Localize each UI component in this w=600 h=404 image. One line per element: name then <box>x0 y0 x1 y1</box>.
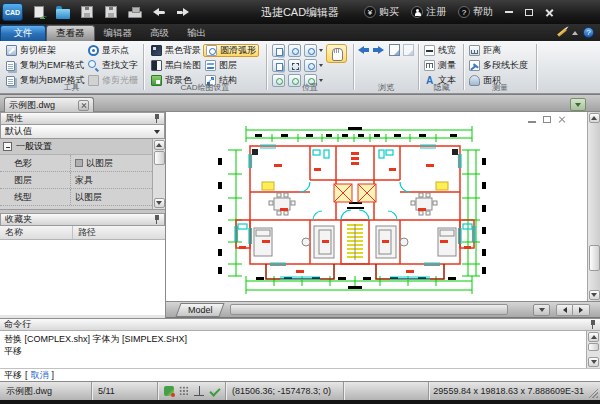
new-file-icon <box>34 6 44 18</box>
scroll-up-button[interactable] <box>154 140 165 150</box>
tab-advanced[interactable]: 高级 <box>141 25 178 41</box>
zoom-in-button[interactable] <box>304 44 317 57</box>
panel-expand-button[interactable] <box>570 98 586 111</box>
model-tab[interactable]: Model <box>175 303 224 317</box>
snap-toggle-icon[interactable] <box>164 386 174 396</box>
favorites-pin-icon[interactable] <box>153 215 160 224</box>
status-bar: 示例图.dwg 5/11 (81506.36; -157478.3; 0) 29… <box>0 381 600 400</box>
print-button[interactable] <box>126 4 144 20</box>
smooth-arc-button[interactable]: 圆滑弧形 <box>203 44 259 57</box>
distance-label: 距离 <box>483 44 501 57</box>
view-forward-button[interactable] <box>373 46 384 54</box>
collapse-group-icon[interactable] <box>3 142 12 151</box>
zoom-window-button[interactable] <box>272 44 285 57</box>
scroll-down-button[interactable] <box>588 357 599 367</box>
redo-button[interactable] <box>174 4 192 20</box>
favorites-column-headers: 名称 路径 <box>0 226 165 240</box>
prompt-bracket: [ <box>25 370 28 380</box>
canvas-minimize-button[interactable] <box>528 121 536 123</box>
ribbon-collapse-button[interactable] <box>572 31 578 35</box>
layout-tab-bar: Model <box>166 301 600 318</box>
osnap-toggle-icon[interactable] <box>209 386 219 396</box>
find-text-button[interactable]: 查找文字 <box>86 59 140 72</box>
favorites-title: 收藏夹 <box>5 213 32 226</box>
property-row-linetype[interactable]: 线型 以图层 <box>0 189 152 206</box>
zoom-select-button[interactable] <box>288 44 301 57</box>
tab-editor[interactable]: 编辑器 <box>95 25 142 41</box>
distance-button[interactable]: 距离 <box>467 44 503 57</box>
ortho-toggle-icon[interactable] <box>194 386 204 396</box>
canvas-close-button[interactable] <box>558 115 566 123</box>
quick-help-icon[interactable] <box>583 27 594 38</box>
drawing-canvas[interactable] <box>166 112 600 301</box>
new-file-button[interactable] <box>30 4 48 20</box>
app-logo-icon[interactable]: CAD <box>2 3 23 21</box>
zoom-out-dropdown[interactable] <box>319 64 323 67</box>
buy-button[interactable]: ¥ 购买 <box>359 5 404 19</box>
command-pin-icon[interactable] <box>589 320 596 329</box>
command-scrollbar[interactable] <box>586 331 600 368</box>
view-back-button[interactable] <box>358 46 369 54</box>
group-label-browse: 浏览 <box>355 82 417 93</box>
scroll-left-button[interactable] <box>556 304 573 316</box>
scrollbar-thumb[interactable] <box>589 245 600 271</box>
canvas-restore-button[interactable] <box>543 116 551 123</box>
copy-emf-icon <box>6 61 15 71</box>
tab-output[interactable]: 输出 <box>178 25 215 41</box>
command-history[interactable]: 替换 [COMPLEX.shx] 字体为 [SIMPLEX.SHX] 平移 <box>0 331 586 368</box>
property-row-color[interactable]: 色彩 以图层 <box>0 155 152 172</box>
tab-viewer[interactable]: 查看器 <box>46 25 95 41</box>
copy-emf-button[interactable]: 复制为EMF格式 <box>4 59 86 72</box>
undo-button[interactable] <box>150 4 168 20</box>
open-file-button[interactable] <box>54 4 72 20</box>
column-name[interactable]: 名称 <box>0 226 72 239</box>
document-tab[interactable]: 示例图.dwg <box>4 97 94 113</box>
show-points-button[interactable]: 显示点 <box>86 44 131 57</box>
zoom-out-button[interactable] <box>304 59 317 72</box>
layers-button[interactable]: 图层 <box>203 59 239 72</box>
zoom-in-dropdown[interactable] <box>319 49 323 52</box>
command-input-line[interactable]: 平移 [ 取消 ] <box>0 368 600 381</box>
scrollbar-thumb[interactable] <box>588 343 599 351</box>
vertical-scrollbar[interactable] <box>587 112 600 301</box>
prompt-cancel-option[interactable]: 取消 <box>31 369 49 382</box>
style-pencil-icon[interactable] <box>557 28 567 37</box>
file-menu-button[interactable]: 文件 <box>0 25 46 41</box>
property-group-row[interactable]: 一般设置 <box>0 139 152 155</box>
cut-frame-button[interactable]: 剪切框架 <box>4 44 58 57</box>
preset-dropdown[interactable]: 默认值 <box>0 125 165 139</box>
minimize-button[interactable] <box>501 5 517 20</box>
bw-drawing-button[interactable]: 黑白绘图 <box>149 59 203 72</box>
scroll-up-button[interactable] <box>589 113 600 123</box>
resize-grip[interactable] <box>588 386 598 398</box>
line-width-toggle[interactable]: 线宽 <box>422 44 458 57</box>
properties-scrollbar[interactable] <box>152 139 165 209</box>
layout-list-button[interactable] <box>533 304 550 316</box>
polyline-length-button[interactable]: 多段线长度 <box>467 59 530 72</box>
property-row-layer[interactable]: 图层 家具 <box>0 172 152 189</box>
maximize-button[interactable] <box>521 5 537 20</box>
favorites-list[interactable] <box>0 240 165 315</box>
pan-hand-button[interactable] <box>326 44 347 63</box>
help-button[interactable]: ? 帮助 <box>453 5 498 19</box>
save-button[interactable] <box>78 4 96 20</box>
scrollbar-thumb[interactable] <box>154 151 165 165</box>
close-button[interactable] <box>541 5 557 20</box>
register-button[interactable]: 注册 <box>406 5 451 19</box>
grid-toggle-icon[interactable] <box>179 386 189 396</box>
properties-pin-icon[interactable] <box>153 114 160 123</box>
group-label-hide: 隐藏 <box>420 82 463 93</box>
document-close-button[interactable] <box>78 100 89 111</box>
zoom-extents-button[interactable] <box>288 59 301 72</box>
measure-toggle[interactable]: 测量 <box>422 59 458 72</box>
horizontal-scrollbar[interactable] <box>230 304 508 315</box>
black-bg-button[interactable]: 黑色背景 <box>149 44 203 57</box>
previous-view-button[interactable] <box>389 44 400 56</box>
scroll-down-button[interactable] <box>154 198 165 208</box>
save-as-button[interactable] <box>102 4 120 20</box>
column-path[interactable]: 路径 <box>72 226 165 239</box>
scroll-down-button[interactable] <box>589 290 600 300</box>
zoom-copy-button[interactable] <box>272 59 285 72</box>
scroll-right-button[interactable] <box>573 304 590 316</box>
scroll-up-button[interactable] <box>588 332 599 342</box>
